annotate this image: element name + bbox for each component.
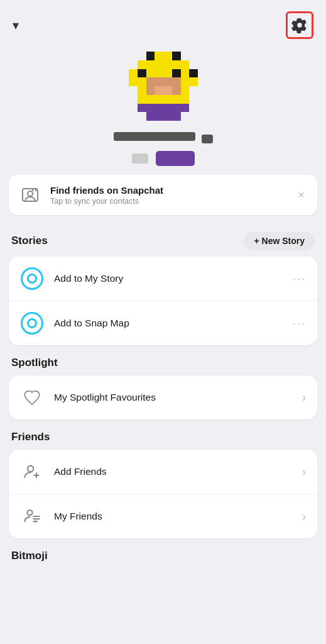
svg-rect-44 xyxy=(146,112,155,121)
friends-header: Friends xyxy=(0,419,326,450)
spotlight-chevron-icon: › xyxy=(302,391,306,404)
stories-header: Stories + New Story xyxy=(0,220,326,257)
heart-icon xyxy=(20,386,44,409)
svg-rect-35 xyxy=(163,95,172,104)
svg-rect-7 xyxy=(163,60,172,69)
svg-rect-39 xyxy=(146,104,155,113)
add-to-my-story-item[interactable]: Add to My Story ··· xyxy=(9,257,317,301)
svg-rect-27 xyxy=(146,86,155,95)
friends-title: Friends xyxy=(11,431,50,443)
add-friends-icon xyxy=(20,460,44,484)
svg-rect-28 xyxy=(155,86,163,95)
username-bar xyxy=(114,132,195,141)
bitmoji-section-title: Bitmoji xyxy=(0,538,326,569)
svg-rect-42 xyxy=(171,104,180,113)
find-friends-text: Find friends on Snapchat Tap to sync you… xyxy=(50,185,286,206)
my-friends-chevron-icon: › xyxy=(302,510,306,523)
svg-rect-26 xyxy=(137,86,146,95)
spotlight-title: Spotlight xyxy=(11,357,58,369)
svg-rect-33 xyxy=(146,95,155,104)
chevron-down-icon[interactable]: ▾ xyxy=(13,18,19,33)
my-friends-label: My Friends xyxy=(54,511,292,522)
username-bar-extra xyxy=(202,135,213,143)
svg-rect-37 xyxy=(180,95,189,104)
svg-rect-10 xyxy=(129,69,138,78)
svg-rect-22 xyxy=(163,77,172,86)
svg-rect-20 xyxy=(146,77,155,86)
my-story-more-icon[interactable]: ··· xyxy=(293,272,306,286)
svg-rect-2 xyxy=(163,52,172,60)
svg-rect-41 xyxy=(163,104,172,113)
close-button[interactable]: × xyxy=(295,186,307,204)
find-friends-banner[interactable]: Find friends on Snapchat Tap to sync you… xyxy=(9,175,317,215)
svg-rect-38 xyxy=(137,104,146,113)
svg-rect-34 xyxy=(155,95,163,104)
new-story-button[interactable]: + New Story xyxy=(244,231,315,250)
svg-rect-23 xyxy=(171,77,180,86)
header: ▾ xyxy=(0,0,326,45)
svg-rect-32 xyxy=(137,95,146,104)
svg-rect-29 xyxy=(163,86,172,95)
svg-rect-19 xyxy=(137,77,146,86)
svg-rect-15 xyxy=(171,69,180,78)
svg-rect-8 xyxy=(171,60,180,69)
spotlight-favourites-item[interactable]: My Spotlight Favourites › xyxy=(9,375,317,419)
svg-rect-9 xyxy=(180,60,189,69)
find-friends-subtitle: Tap to sync your contacts xyxy=(50,197,286,206)
svg-rect-45 xyxy=(155,112,163,121)
score-purple xyxy=(156,151,195,166)
my-friends-item[interactable]: My Friends › xyxy=(9,494,317,538)
avatar-section xyxy=(0,45,326,128)
svg-rect-18 xyxy=(129,77,138,86)
snap-map-icon xyxy=(20,311,44,335)
my-friends-icon xyxy=(20,504,44,528)
bitmoji-image xyxy=(129,52,198,121)
spotlight-header: Spotlight xyxy=(0,345,326,375)
svg-rect-46 xyxy=(163,112,172,121)
my-story-icon xyxy=(20,267,44,291)
avatar[interactable] xyxy=(129,52,198,121)
gear-icon xyxy=(291,17,308,33)
my-story-label: Add to My Story xyxy=(54,273,283,284)
svg-rect-16 xyxy=(180,69,189,78)
svg-rect-40 xyxy=(155,104,163,113)
find-friends-icon xyxy=(19,184,41,206)
stories-title: Stories xyxy=(11,235,48,247)
svg-rect-30 xyxy=(171,86,180,95)
spotlight-card-group: My Spotlight Favourites › xyxy=(9,375,317,419)
svg-rect-25 xyxy=(189,77,198,86)
svg-rect-14 xyxy=(163,69,172,78)
spotlight-favourites-label: My Spotlight Favourites xyxy=(54,392,292,403)
svg-rect-36 xyxy=(171,95,180,104)
svg-rect-24 xyxy=(180,77,189,86)
svg-rect-17 xyxy=(189,69,198,78)
svg-rect-13 xyxy=(155,69,163,78)
svg-rect-3 xyxy=(171,52,180,60)
svg-point-53 xyxy=(28,466,33,472)
svg-rect-31 xyxy=(180,86,189,95)
score-small xyxy=(132,153,148,164)
add-friends-label: Add Friends xyxy=(54,466,292,477)
svg-rect-21 xyxy=(155,77,163,86)
add-friends-item[interactable]: Add Friends › xyxy=(9,450,317,494)
svg-rect-1 xyxy=(155,52,163,60)
svg-rect-43 xyxy=(180,104,189,113)
svg-rect-6 xyxy=(155,60,163,69)
add-friends-chevron-icon: › xyxy=(302,465,306,479)
stories-card-group: Add to My Story ··· Add to Snap Map ··· xyxy=(9,257,317,345)
snap-map-more-icon[interactable]: ··· xyxy=(293,317,306,330)
svg-rect-5 xyxy=(146,60,155,69)
add-to-snap-map-item[interactable]: Add to Snap Map ··· xyxy=(9,301,317,345)
find-friends-title: Find friends on Snapchat xyxy=(50,185,286,196)
svg-rect-0 xyxy=(146,52,155,60)
settings-button[interactable] xyxy=(286,11,313,39)
snap-map-label: Add to Snap Map xyxy=(54,318,283,329)
svg-rect-12 xyxy=(146,69,155,78)
svg-rect-11 xyxy=(137,69,146,78)
svg-rect-47 xyxy=(171,112,180,121)
friends-card-group: Add Friends › My Friends › xyxy=(9,450,317,538)
svg-point-56 xyxy=(27,510,32,515)
svg-point-49 xyxy=(28,191,33,196)
username-section xyxy=(0,128,326,170)
svg-rect-4 xyxy=(137,60,146,69)
